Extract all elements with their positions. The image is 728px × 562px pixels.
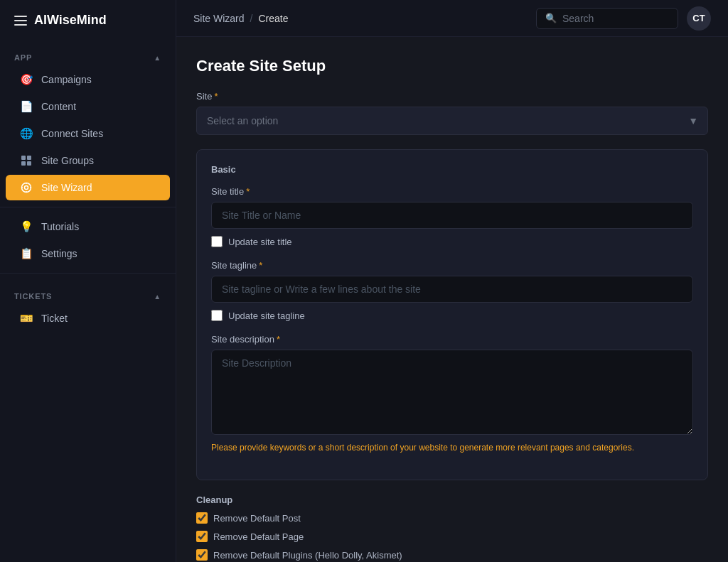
- site-description-hint: Please provide keywords or a short descr…: [211, 443, 693, 453]
- ticket-icon: 🎫: [20, 312, 33, 325]
- site-description-textarea[interactable]: [211, 350, 693, 435]
- site-field: Site * Select an option ▼: [196, 91, 708, 135]
- svg-rect-2: [21, 161, 26, 166]
- tutorials-icon: 💡: [20, 220, 33, 233]
- site-tagline-field: Site tagline * Update site tagline: [211, 260, 693, 321]
- sidebar: AIWiseMind APP ▲ 🎯 Campaigns 📄 Content 🌐…: [0, 0, 176, 562]
- svg-rect-3: [27, 161, 31, 166]
- content-icon: 📄: [20, 100, 33, 113]
- cleanup-section: Cleanup Remove Default Post Remove Defau…: [196, 495, 708, 561]
- header-right: 🔍 CT: [536, 6, 711, 31]
- sidebar-item-connect-sites[interactable]: 🌐 Connect Sites: [6, 121, 170, 146]
- sidebar-item-site-groups[interactable]: Site Groups: [6, 148, 170, 173]
- search-icon: 🔍: [545, 13, 557, 23]
- basic-section-title: Basic: [211, 164, 693, 175]
- app-name: AIWiseMind: [34, 13, 107, 28]
- avatar[interactable]: CT: [687, 6, 711, 31]
- svg-point-5: [25, 186, 28, 190]
- remove-default-post-label[interactable]: Remove Default Post: [213, 513, 301, 524]
- sidebar-item-ticket[interactable]: 🎫 Ticket: [6, 306, 170, 331]
- site-tagline-input[interactable]: [211, 276, 693, 303]
- sidebar-item-label: Site Wizard: [41, 182, 92, 193]
- tickets-section-chevron[interactable]: ▲: [154, 293, 161, 301]
- breadcrumb-separator: /: [250, 13, 253, 24]
- sidebar-item-label: Connect Sites: [41, 128, 103, 139]
- required-star: *: [214, 91, 218, 102]
- sidebar-item-label: Campaigns: [41, 74, 92, 85]
- sidebar-item-campaigns[interactable]: 🎯 Campaigns: [6, 67, 170, 92]
- svg-rect-0: [21, 156, 26, 160]
- update-site-title-checkbox[interactable]: [211, 236, 223, 247]
- header: Site Wizard / Create 🔍 CT: [176, 0, 728, 37]
- remove-default-plugins-label[interactable]: Remove Default Plugins (Hello Dolly, Aki…: [213, 550, 402, 561]
- site-select[interactable]: Select an option: [196, 107, 708, 135]
- sidebar-tickets-divider: [0, 273, 176, 274]
- tickets-section-label: TICKETS ▲: [0, 279, 176, 305]
- site-wizard-icon: [20, 181, 33, 194]
- main-area: Site Wizard / Create 🔍 CT Create Site Se…: [176, 0, 728, 562]
- site-title-input[interactable]: [211, 202, 693, 229]
- sidebar-item-label: Content: [41, 101, 76, 112]
- sidebar-divider: [0, 207, 176, 207]
- app-section-label: APP ▲: [0, 40, 176, 66]
- svg-point-4: [22, 183, 31, 193]
- sidebar-item-label: Settings: [41, 248, 77, 259]
- cleanup-heading: Cleanup: [196, 495, 708, 505]
- search-box[interactable]: 🔍: [536, 8, 678, 29]
- sidebar-item-site-wizard[interactable]: Site Wizard: [6, 175, 170, 200]
- cleanup-item-remove-default-plugins: Remove Default Plugins (Hello Dolly, Aki…: [196, 549, 708, 561]
- update-site-tagline-row: Update site tagline: [211, 310, 693, 321]
- sidebar-item-tutorials[interactable]: 💡 Tutorials: [6, 214, 170, 239]
- site-tagline-label: Site tagline *: [211, 260, 693, 271]
- sidebar-item-settings[interactable]: 📋 Settings: [6, 241, 170, 266]
- breadcrumb-root: Site Wizard: [193, 13, 245, 24]
- basic-card: Basic Site title * Update site title Sit…: [196, 149, 708, 480]
- remove-default-plugins-checkbox[interactable]: [196, 549, 208, 561]
- remove-default-page-label[interactable]: Remove Default Page: [213, 531, 304, 542]
- sidebar-item-label: Site Groups: [41, 155, 94, 166]
- campaigns-icon: 🎯: [20, 73, 33, 86]
- app-logo: AIWiseMind: [0, 0, 176, 40]
- breadcrumb-current: Create: [258, 13, 288, 24]
- update-site-tagline-checkbox[interactable]: [211, 310, 223, 321]
- site-description-label: Site description *: [211, 334, 693, 345]
- update-site-title-label[interactable]: Update site title: [228, 237, 292, 247]
- site-label: Site *: [196, 91, 708, 102]
- svg-rect-1: [27, 156, 31, 160]
- page-title: Create Site Setup: [196, 57, 708, 75]
- site-title-label: Site title *: [211, 186, 693, 197]
- settings-icon: 📋: [20, 247, 33, 260]
- search-input[interactable]: [562, 13, 669, 24]
- required-star: *: [277, 334, 280, 345]
- site-description-field: Site description * Please provide keywor…: [211, 334, 693, 453]
- sidebar-item-label: Ticket: [41, 313, 68, 324]
- content-area: Create Site Setup Site * Select an optio…: [176, 37, 728, 562]
- remove-default-post-checkbox[interactable]: [196, 512, 208, 524]
- cleanup-item-remove-default-page: Remove Default Page: [196, 531, 708, 542]
- update-site-title-row: Update site title: [211, 236, 693, 247]
- remove-default-page-checkbox[interactable]: [196, 531, 208, 542]
- hamburger-icon[interactable]: [14, 16, 27, 26]
- connect-sites-icon: 🌐: [20, 127, 33, 140]
- cleanup-item-remove-default-post: Remove Default Post: [196, 512, 708, 524]
- sidebar-item-content[interactable]: 📄 Content: [6, 94, 170, 119]
- app-section-chevron[interactable]: ▲: [154, 54, 161, 62]
- site-select-wrapper: Select an option ▼: [196, 107, 708, 135]
- required-star: *: [259, 260, 262, 271]
- site-groups-icon: [20, 154, 33, 167]
- sidebar-item-label: Tutorials: [41, 221, 79, 232]
- breadcrumb: Site Wizard / Create: [193, 13, 289, 24]
- update-site-tagline-label[interactable]: Update site tagline: [228, 310, 305, 321]
- site-title-field: Site title * Update site title: [211, 186, 693, 247]
- required-star: *: [246, 186, 250, 197]
